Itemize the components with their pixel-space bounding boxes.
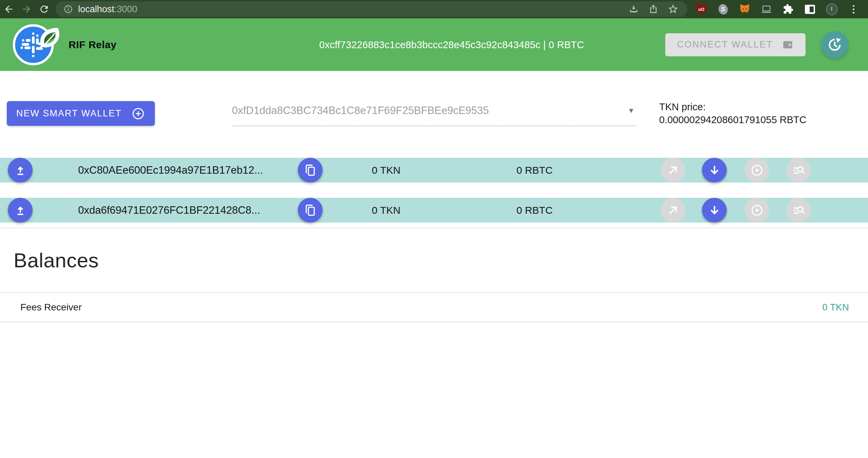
transfer-button[interactable] <box>661 158 685 183</box>
copy-icon <box>303 203 318 217</box>
smart-wallet-select-value: 0xfD1dda8C3BC734Bc1C8e71F69F25BFBEe9cE95… <box>232 102 628 117</box>
browser-menu-icon[interactable] <box>847 2 860 16</box>
upload-icon <box>13 203 28 217</box>
copy-address-button[interactable] <box>298 158 323 183</box>
fees-receiver-value: 0 TKN <box>822 302 849 313</box>
refresh-button[interactable] <box>821 31 848 58</box>
extensions-area: uO S <box>691 2 868 16</box>
share-icon[interactable] <box>647 2 660 16</box>
chevron-down-icon: ▼ <box>628 102 636 115</box>
site-info-icon[interactable] <box>63 4 73 14</box>
smart-wallet-address: 0xda6f69471E0276FC1BF221428C8... <box>78 198 260 223</box>
connect-wallet-button[interactable]: CONNECT WALLET <box>665 33 806 56</box>
wallet-tkn-balance: 0 TKN <box>352 158 420 183</box>
reload-icon[interactable] <box>35 0 53 18</box>
connect-wallet-label: CONNECT WALLET <box>677 39 773 50</box>
upload-icon <box>13 163 28 177</box>
bookmark-star-icon[interactable] <box>666 2 680 16</box>
balances-table: Fees Receiver 0 TKN <box>0 292 868 322</box>
wallet-icon <box>782 39 794 51</box>
deploy-wallet-button[interactable] <box>8 198 33 223</box>
token-price-value: 0.00000294208601791055 RBTC <box>659 113 807 126</box>
s-extension-icon[interactable]: S <box>717 2 729 16</box>
copy-address-button[interactable] <box>298 198 323 223</box>
metamask-fox-icon[interactable] <box>738 2 751 16</box>
profile-avatar[interactable]: I <box>825 2 838 16</box>
laptop-extension-icon[interactable] <box>760 2 773 16</box>
url-port: :3000 <box>114 4 138 15</box>
connected-account-summary: 0xcff73226883c1ce8b3bccc28e45c3c92c84348… <box>319 39 584 50</box>
download-icon[interactable] <box>627 2 640 16</box>
relay-transactions-button[interactable] <box>786 158 811 183</box>
forward-icon[interactable] <box>18 0 35 18</box>
app-window: localhost:3000 uO <box>0 0 868 458</box>
address-bar[interactable]: localhost:3000 <box>56 1 687 17</box>
smart-wallet-row: 0xda6f69471E0276FC1BF221428C8... 0 TKN 0… <box>0 198 868 223</box>
smart-wallet-row: 0xC80AEe600Ec1994a97E1B17eb12... 0 TKN 0… <box>0 158 868 183</box>
side-panel-icon[interactable] <box>803 2 816 16</box>
ublock-extension-icon[interactable]: uO <box>695 2 708 16</box>
token-price-label: TKN price: <box>659 100 807 113</box>
url-host: localhost <box>78 4 114 15</box>
execute-button[interactable] <box>744 198 769 223</box>
browser-toolbar: localhost:3000 uO <box>0 0 868 18</box>
wallet-tkn-balance: 0 TKN <box>352 198 420 223</box>
play-circle-icon <box>750 203 764 217</box>
deploy-wallet-button[interactable] <box>8 158 33 183</box>
manage-search-icon <box>792 163 806 177</box>
table-row: Fees Receiver 0 TKN <box>0 292 868 322</box>
app-title: RIF Relay <box>69 39 116 51</box>
rif-relay-logo <box>13 23 64 66</box>
arrow-up-right-icon <box>666 163 680 177</box>
copy-icon <box>303 163 318 177</box>
transfer-button[interactable] <box>661 198 685 223</box>
arrow-down-icon <box>707 203 722 217</box>
manage-search-icon <box>792 203 806 217</box>
wallet-rbtc-balance: 0 RBTC <box>499 198 571 223</box>
arrow-down-icon <box>707 163 722 177</box>
play-circle-icon <box>750 163 764 177</box>
connected-account-address: 0xcff73226883c1ce8b3bccc28e45c3c92c84348… <box>319 39 540 50</box>
smart-wallet-select[interactable]: 0xfD1dda8C3BC734Bc1C8e71F69F25BFBEe9cE95… <box>232 102 636 126</box>
receive-button[interactable] <box>702 198 727 223</box>
balances-title: Balances <box>14 249 99 272</box>
wallet-rbtc-balance: 0 RBTC <box>499 158 571 183</box>
smart-wallet-address: 0xC80AEe600Ec1994a97E1B17eb12... <box>78 158 263 183</box>
connected-account-balance: | 0 RBTC <box>543 39 584 50</box>
app-header: RIF Relay 0xcff73226883c1ce8b3bccc28e45c… <box>0 18 868 71</box>
fees-receiver-label: Fees Receiver <box>20 302 822 313</box>
section-divider <box>0 228 868 228</box>
arrow-up-right-icon <box>666 203 680 217</box>
extensions-puzzle-icon[interactable] <box>782 2 795 16</box>
receive-button[interactable] <box>702 158 727 183</box>
execute-button[interactable] <box>744 158 769 183</box>
new-smart-wallet-label: NEW SMART WALLET <box>16 108 122 119</box>
plus-circle-icon <box>131 107 145 121</box>
back-icon[interactable] <box>0 0 18 18</box>
new-smart-wallet-button[interactable]: NEW SMART WALLET <box>7 101 155 126</box>
refresh-clock-icon <box>827 37 843 53</box>
token-price-block: TKN price: 0.00000294208601791055 RBTC <box>659 100 807 126</box>
relay-transactions-button[interactable] <box>786 198 811 223</box>
